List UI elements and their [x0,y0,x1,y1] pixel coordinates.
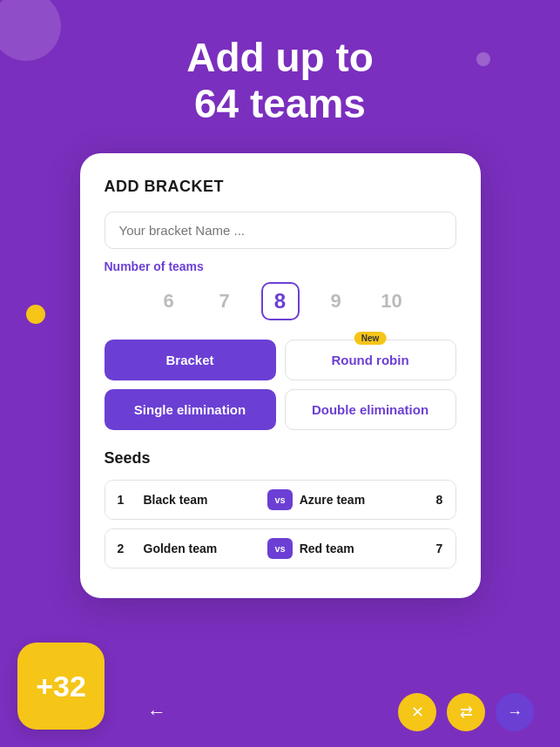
plus32-badge: +32 [17,643,105,730]
team-azure: Azure team [293,481,424,519]
seed-7: 7 [424,529,455,568]
number-picker: 6 7 8 9 10 [105,282,456,320]
new-badge: New [354,332,387,345]
next-icon: → [507,703,523,722]
next-button[interactable]: → [496,693,534,731]
hero-title: Add up to 64 teams [0,0,560,153]
bottom-bar: +32 ← ✕ ⇄ → [0,677,560,747]
bracket-name-input[interactable] [105,212,456,249]
cancel-button[interactable]: ✕ [398,693,436,731]
format-double-elim-button[interactable]: Double elimination [285,389,456,430]
seeds-title: Seeds [105,449,456,468]
action-buttons: ✕ ⇄ → [398,693,534,731]
seed-1: 1 [105,481,137,519]
card-title: ADD BRACKET [105,178,456,196]
add-bracket-card: ADD BRACKET Number of teams 6 7 8 9 10 B… [80,153,481,598]
format-single-elim-button[interactable]: Single elimination [105,389,276,430]
decorative-dot-left [26,305,45,324]
seed-2: 2 [105,529,137,568]
num-6[interactable]: 6 [150,290,188,313]
matchup-row-2: 2 Golden team vs Red team 7 [105,528,456,569]
format-bracket-button[interactable]: Bracket [105,340,276,380]
back-button[interactable]: ← [139,695,174,730]
vs-badge-2: vs [267,538,292,559]
seed-8: 8 [424,481,455,519]
back-icon: ← [147,701,166,723]
num-10[interactable]: 10 [373,290,411,313]
num-7[interactable]: 7 [206,290,244,313]
num-9[interactable]: 9 [317,290,355,313]
vs-badge-1: vs [267,489,292,510]
num-8-selected[interactable]: 8 [261,282,300,320]
format-round-robin-button[interactable]: New Round robin [285,340,456,380]
num-teams-label: Number of teams [105,259,456,273]
format-grid: Bracket New Round robin Single eliminati… [105,340,456,430]
cancel-icon: ✕ [411,703,424,722]
team-black: Black team [137,481,268,519]
team-golden: Golden team [137,529,268,568]
matchup-row-1: 1 Black team vs Azure team 8 [105,480,456,520]
shuffle-button[interactable]: ⇄ [447,693,485,731]
team-red: Red team [293,529,424,568]
shuffle-icon: ⇄ [460,703,473,722]
